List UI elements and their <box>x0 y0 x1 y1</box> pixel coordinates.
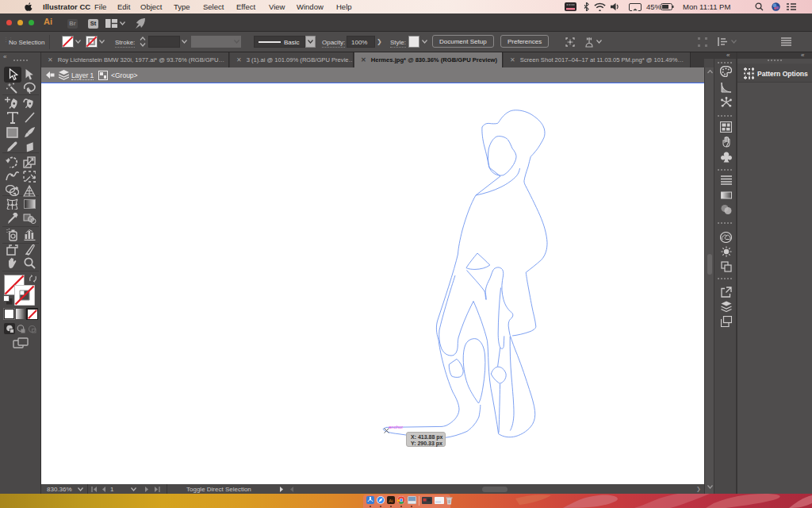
svg-text:Ai: Ai <box>389 498 393 503</box>
